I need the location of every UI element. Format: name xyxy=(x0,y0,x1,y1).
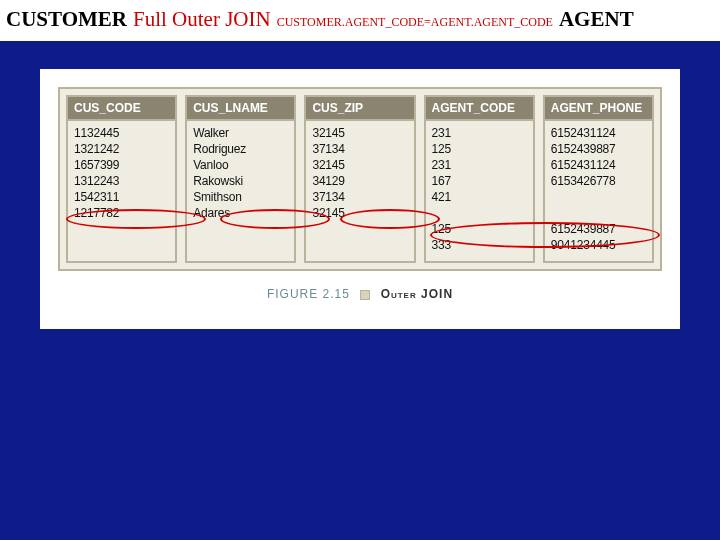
table-cell: 421 xyxy=(432,189,527,205)
table-cell: 125 xyxy=(432,221,527,237)
table-cell xyxy=(193,221,288,237)
table-cell: 1132445 xyxy=(74,125,169,141)
title-left: CUSTOMER xyxy=(6,8,127,31)
table-cell: 6152439887 xyxy=(551,221,646,237)
table-cell xyxy=(551,189,646,205)
table-cell xyxy=(312,221,407,237)
title-condition: CUSTOMER.AGENT_CODE=AGENT.AGENT_CODE xyxy=(277,16,553,29)
table-cell: 231 xyxy=(432,157,527,173)
table-cell xyxy=(74,221,169,237)
table-cell: 1657399 xyxy=(74,157,169,173)
column-body: 231125231167421 125333 xyxy=(426,121,533,261)
table-cell: 6152431124 xyxy=(551,125,646,141)
table-cell: 32145 xyxy=(312,125,407,141)
table-cell: Walker xyxy=(193,125,288,141)
table-cell: Vanloo xyxy=(193,157,288,173)
column-body: 1132445132124216573991312243154231112177… xyxy=(68,121,175,261)
table-cell: 37134 xyxy=(312,189,407,205)
title-join: Full Outer JOIN xyxy=(133,8,271,31)
column-header: CUS_CODE xyxy=(68,97,175,121)
figure-number: FIGURE 2.15 xyxy=(267,287,350,301)
table-cell: 6152439887 xyxy=(551,141,646,157)
figure-caption: FIGURE 2.15 Outer JOIN xyxy=(58,287,662,301)
result-table: CUS_CODE11324451321242165739913122431542… xyxy=(58,87,662,271)
table-cell: 34129 xyxy=(312,173,407,189)
table-cell: 37134 xyxy=(312,141,407,157)
table-cell xyxy=(312,237,407,253)
table-cell: 9041234445 xyxy=(551,237,646,253)
table-cell: Smithson xyxy=(193,189,288,205)
column-body: 321453713432145341293713432145 xyxy=(306,121,413,261)
table-column: CUS_CODE11324451321242165739913122431542… xyxy=(66,95,177,263)
table-cell xyxy=(432,205,527,221)
figure-area: CUS_CODE11324451321242165739913122431542… xyxy=(40,69,680,329)
slide-title: CUSTOMER Full Outer JOIN CUSTOMER.AGENT_… xyxy=(0,0,720,41)
table-cell: 125 xyxy=(432,141,527,157)
table-cell: 333 xyxy=(432,237,527,253)
caption-box-icon xyxy=(360,290,370,300)
table-cell: 6153426778 xyxy=(551,173,646,189)
table-cell xyxy=(551,205,646,221)
table-cell: 32145 xyxy=(312,205,407,221)
table-cell: 167 xyxy=(432,173,527,189)
table-column: CUS_LNAMEWalkerRodriguezVanlooRakowskiSm… xyxy=(185,95,296,263)
table-column: AGENT_PHONE61524311246152439887615243112… xyxy=(543,95,654,263)
column-header: AGENT_PHONE xyxy=(545,97,652,121)
column-header: CUS_ZIP xyxy=(306,97,413,121)
column-header: AGENT_CODE xyxy=(426,97,533,121)
title-right: AGENT xyxy=(559,8,634,31)
table-column: AGENT_CODE231125231167421 125333 xyxy=(424,95,535,263)
table-cell: 6152431124 xyxy=(551,157,646,173)
table-cell xyxy=(74,237,169,253)
table-cell: 1542311 xyxy=(74,189,169,205)
table-cell: Rakowski xyxy=(193,173,288,189)
column-header: CUS_LNAME xyxy=(187,97,294,121)
table-cell: Adares xyxy=(193,205,288,221)
figure-title: Outer JOIN xyxy=(381,287,453,301)
column-body: 6152431124615243988761524311246153426778… xyxy=(545,121,652,261)
table-column: CUS_ZIP321453713432145341293713432145 xyxy=(304,95,415,263)
table-cell: 1321242 xyxy=(74,141,169,157)
table-cell: 1217782 xyxy=(74,205,169,221)
table-cell: Rodriguez xyxy=(193,141,288,157)
table-cell xyxy=(193,237,288,253)
column-body: WalkerRodriguezVanlooRakowskiSmithsonAda… xyxy=(187,121,294,261)
table-cell: 1312243 xyxy=(74,173,169,189)
table-cell: 231 xyxy=(432,125,527,141)
table-cell: 32145 xyxy=(312,157,407,173)
